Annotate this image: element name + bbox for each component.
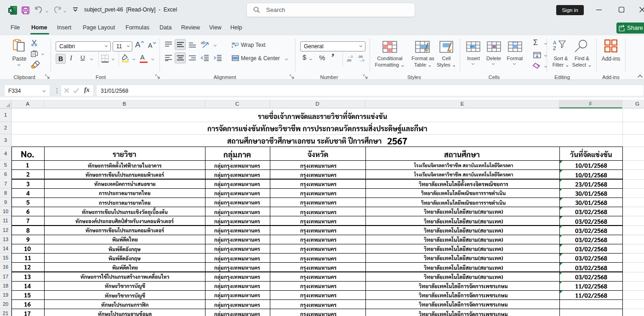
svg-text:ab: ab: [201, 40, 205, 45]
svg-text:→0: →0: [359, 58, 365, 62]
svg-text:x: x: [9, 7, 12, 13]
svg-text:A: A: [553, 40, 557, 45]
svg-text:Z: Z: [553, 45, 556, 51]
svg-text:.00: .00: [346, 58, 352, 62]
svg-text:c: c: [232, 45, 234, 48]
